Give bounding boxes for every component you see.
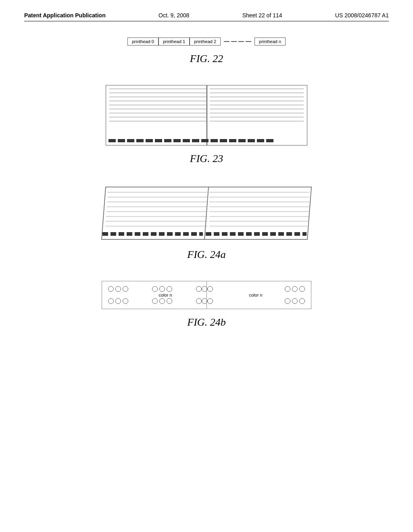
svg-rect-24 [151,232,156,236]
circle [196,286,202,292]
fig23-lines-left [109,89,206,136]
fig24a-svg [94,185,319,241]
fig23-label: FIG. 23 [190,153,223,165]
date-label: Oct. 9, 2008 [159,12,189,19]
svg-rect-30 [199,232,203,236]
svg-rect-21 [127,232,132,236]
fig23-section: FIG. 23 [24,85,389,165]
circle [159,298,165,304]
printhead-2-box: printhead 2 [190,37,221,46]
svg-rect-19 [111,232,116,236]
svg-rect-26 [167,232,173,236]
circles-group-tm2 [196,286,213,292]
svg-rect-36 [246,232,252,236]
circle [152,286,158,292]
fig24b-divider [206,281,207,309]
printhead-n-box: printhead n [254,37,286,46]
circle [159,286,165,292]
svg-rect-39 [270,232,276,236]
svg-rect-34 [230,232,236,236]
fig24a-label: FIG. 24a [187,249,225,261]
fig24a-section: FIG. 24a [24,185,389,261]
publication-label: Patent Application Publication [24,12,106,19]
svg-rect-35 [238,232,244,236]
circle [115,286,121,292]
circle [292,298,298,304]
printhead-0-box: printhead 0 [127,37,159,46]
svg-rect-32 [214,232,219,236]
circle [123,286,128,292]
fig22-label: FIG. 22 [190,53,223,65]
dash-3 [238,41,244,42]
dash-1 [224,41,229,42]
circles-group-tl [108,286,128,292]
dash-2 [231,41,237,42]
svg-rect-37 [254,232,260,236]
svg-rect-41 [286,232,292,236]
fig24b-label: FIG. 24b [187,316,225,328]
circle [167,286,172,292]
svg-rect-25 [159,232,165,236]
svg-rect-23 [143,232,148,236]
page: Patent Application Publication Oct. 9, 2… [0,0,413,532]
circle [108,286,114,292]
svg-rect-40 [278,232,284,236]
circle [299,286,305,292]
dash-4 [246,41,251,42]
circles-group-bl [108,298,128,304]
circle [207,298,213,304]
svg-rect-43 [302,232,307,236]
fig23-diagram [106,85,307,145]
circle [196,298,202,304]
color-label-left: color n [153,293,177,297]
circle [152,298,158,304]
circle [108,298,114,304]
svg-rect-33 [222,232,227,236]
circles-group-bm1 [152,298,172,304]
svg-rect-38 [262,232,268,236]
circle [285,286,290,292]
circles-group-bm2 [196,298,213,304]
printhead-row: printhead 0 printhead 1 printhead 2 prin… [127,37,286,46]
circle [115,298,121,304]
svg-rect-28 [183,232,189,236]
fig24b-diagram: color n color n [102,281,311,309]
circle [207,286,213,292]
page-header: Patent Application Publication Oct. 9, 2… [24,12,389,21]
fig22-section: printhead 0 printhead 1 printhead 2 prin… [24,37,389,65]
fig23-bottom-dashes [108,139,305,143]
printhead-dashes [221,41,254,42]
fig23-divider [206,85,207,145]
svg-rect-27 [175,232,181,236]
circle [123,298,128,304]
circles-group-tm1 [152,286,172,292]
circle [167,298,172,304]
circle [299,298,305,304]
svg-rect-20 [119,232,124,236]
svg-rect-29 [191,232,197,236]
printhead-1-box: printhead 1 [159,37,190,46]
circle [292,286,298,292]
circles-group-tr [285,286,305,292]
color-label-right: color n [244,293,268,297]
svg-rect-22 [135,232,140,236]
svg-rect-18 [102,232,108,236]
fig24b-section: color n color n [24,281,389,328]
svg-rect-31 [206,232,211,236]
sheet-label: Sheet 22 of 114 [242,12,282,19]
fig23-lines-right [210,89,304,136]
fig24a-diagram [94,185,319,241]
patent-number-label: US 2008/0246787 A1 [335,12,389,19]
circle [285,298,290,304]
circles-group-br [285,298,305,304]
svg-rect-42 [294,232,300,236]
